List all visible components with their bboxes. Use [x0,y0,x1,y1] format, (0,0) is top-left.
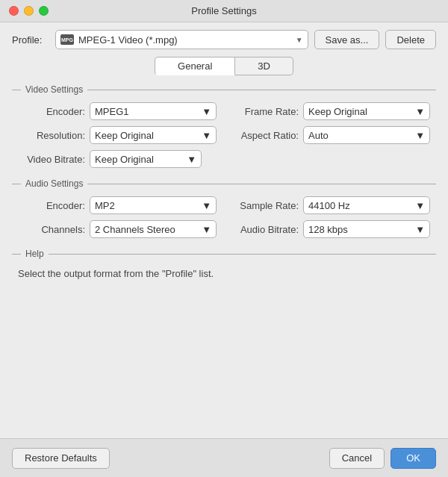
encoder-row: Encoder: MPEG1 ▼ [18,102,217,120]
sample-rate-label: Sample Rate: [231,200,299,211]
bottom-bar: Restore Defaults Cancel OK [0,438,448,477]
resolution-arrow-icon: ▼ [202,130,211,141]
title-bar: Profile Settings [0,0,448,22]
tabs-container: General 3D [12,57,436,75]
channels-row: Channels: 2 Channels Stereo ▼ [18,220,217,238]
video-settings-grid: Encoder: MPEG1 ▼ Frame Rate: Keep Origin… [12,102,436,144]
traffic-lights [9,6,49,16]
video-bitrate-select[interactable]: Keep Original ▼ [90,150,202,168]
resolution-select[interactable]: Keep Original ▼ [90,126,217,144]
help-text: Select the output format from the "Profi… [12,266,436,281]
audio-encoder-arrow-icon: ▼ [202,200,211,211]
audio-settings-grid: Encoder: MP2 ▼ Sample Rate: 44100 Hz ▼ [12,196,436,238]
delete-button[interactable]: Delete [385,30,436,49]
profile-label: Profile: [12,34,49,46]
audio-bitrate-select[interactable]: 128 kbps ▼ [303,220,430,238]
cancel-button[interactable]: Cancel [329,448,385,469]
aspect-ratio-select[interactable]: Auto ▼ [303,126,430,144]
frame-rate-arrow-icon: ▼ [415,106,425,117]
video-settings-header: Video Settings [12,84,436,95]
bottom-right-buttons: Cancel OK [329,448,436,469]
help-section: Help Select the output format from the "… [12,249,436,281]
close-button[interactable] [9,6,19,16]
profile-row: Profile: MPG MPEG-1 Video (*.mpg) ▼ Save… [12,30,436,49]
tab-general[interactable]: General [155,57,235,75]
channels-select[interactable]: 2 Channels Stereo ▼ [90,220,217,238]
audio-encoder-select[interactable]: MP2 ▼ [90,196,217,214]
audio-encoder-label: Encoder: [18,200,85,211]
profile-select-text: MPEG-1 Video (*.mpg) [78,34,293,46]
minimize-button[interactable] [24,6,34,16]
aspect-ratio-row: Aspect Ratio: Auto ▼ [231,126,430,144]
resolution-row: Resolution: Keep Original ▼ [18,126,217,144]
profile-select[interactable]: MPG MPEG-1 Video (*.mpg) ▼ [55,30,308,49]
window-title: Profile Settings [191,5,256,16]
maximize-button[interactable] [39,6,49,16]
sample-rate-select[interactable]: 44100 Hz ▼ [303,196,430,214]
profile-icon: MPG [60,34,74,45]
encoder-arrow-icon: ▼ [202,106,211,117]
main-content: Profile: MPG MPEG-1 Video (*.mpg) ▼ Save… [0,22,448,438]
audio-bitrate-arrow-icon: ▼ [415,224,425,235]
audio-encoder-row: Encoder: MP2 ▼ [18,196,217,214]
ok-button[interactable]: OK [391,448,436,469]
restore-defaults-button[interactable]: Restore Defaults [12,448,110,469]
audio-settings-section: Audio Settings Encoder: MP2 ▼ Sample Rat… [12,178,436,238]
help-header: Help [12,249,436,259]
aspect-ratio-arrow-icon: ▼ [415,130,425,141]
frame-rate-label: Frame Rate: [231,106,299,117]
aspect-ratio-label: Aspect Ratio: [231,130,299,141]
audio-settings-header: Audio Settings [12,178,436,189]
frame-rate-row: Frame Rate: Keep Original ▼ [231,102,430,120]
encoder-label: Encoder: [18,106,85,117]
video-bitrate-arrow-icon: ▼ [187,154,196,165]
save-as-button[interactable]: Save as... [314,30,380,49]
sample-rate-row: Sample Rate: 44100 Hz ▼ [231,196,430,214]
encoder-select[interactable]: MPEG1 ▼ [90,102,217,120]
profile-dropdown-arrow-icon: ▼ [296,36,303,44]
channels-arrow-icon: ▼ [202,224,211,235]
video-settings-section: Video Settings Encoder: MPEG1 ▼ Frame Ra… [12,84,436,168]
video-bitrate-row: Video Bitrate: Keep Original ▼ [12,150,436,168]
video-bitrate-label: Video Bitrate: [18,154,85,165]
channels-label: Channels: [18,224,85,235]
scrollable-content: Video Settings Encoder: MPEG1 ▼ Frame Ra… [12,84,436,438]
audio-bitrate-row: Audio Bitrate: 128 kbps ▼ [231,220,430,238]
tab-3d[interactable]: 3D [235,57,293,75]
audio-bitrate-label: Audio Bitrate: [231,224,299,235]
sample-rate-arrow-icon: ▼ [415,200,425,211]
frame-rate-select[interactable]: Keep Original ▼ [303,102,430,120]
resolution-label: Resolution: [18,130,85,141]
